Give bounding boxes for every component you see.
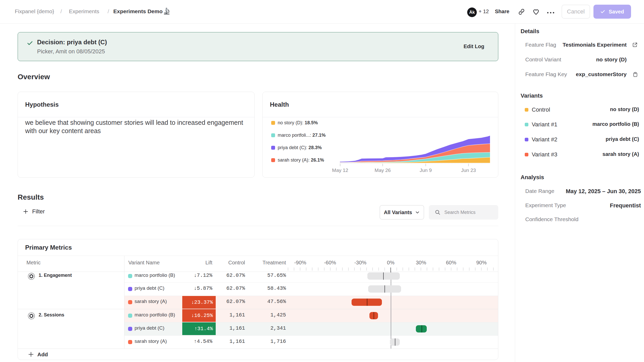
svg-text:Jun 9: Jun 9	[420, 168, 432, 173]
svg-text:May 12: May 12	[332, 168, 348, 173]
svg-text:Jun 23: Jun 23	[461, 168, 476, 173]
svg-text:May 26: May 26	[375, 168, 391, 173]
